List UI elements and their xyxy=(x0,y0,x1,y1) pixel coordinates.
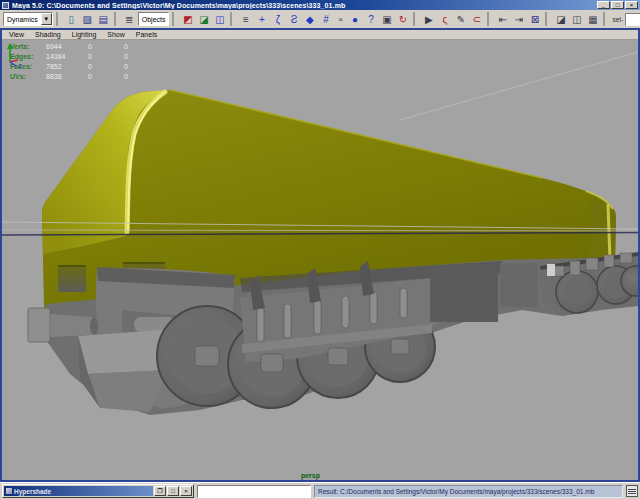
scene-canvas xyxy=(2,40,638,480)
command-line-input[interactable] xyxy=(197,485,311,498)
menu-set-value: Dynamics xyxy=(4,16,41,23)
quick-select-input[interactable] xyxy=(625,13,640,26)
menu-show[interactable]: Show xyxy=(107,31,125,38)
magnet-snap-icon[interactable]: ⊂ xyxy=(469,12,484,27)
chevron-down-icon: ▼ xyxy=(41,13,52,25)
hud-edges-other: 0 xyxy=(124,52,154,61)
highlight-selection-icon[interactable]: ≡ xyxy=(238,12,253,27)
selection-mask-field[interactable]: Objects xyxy=(138,12,170,26)
menu-lighting[interactable]: Lighting xyxy=(72,31,97,38)
select-hierarchy-icon[interactable]: ◩ xyxy=(180,12,195,27)
toolbar-separator[interactable] xyxy=(114,12,119,26)
panel-menu-bar: View Shading Lighting Show Panels xyxy=(2,30,638,40)
hypershade-title: Hypershade xyxy=(14,488,51,495)
construction-toggle-icon[interactable]: ⊠ xyxy=(527,12,542,27)
output-connections-icon[interactable]: ⇥ xyxy=(511,12,526,27)
close-button[interactable]: × xyxy=(625,1,638,9)
save-scene-icon[interactable]: ▤ xyxy=(96,12,111,27)
hud-edges-total: 14384 xyxy=(46,52,88,61)
command-result-line: Result: C:/Documents and Settings/Victor… xyxy=(314,485,623,498)
bottom-bar: Hypershade ❐ □ × Result: C:/Documents an… xyxy=(0,482,640,499)
render-globals-icon[interactable]: ▦ xyxy=(585,12,600,27)
input-connections-icon[interactable]: ⇤ xyxy=(495,12,510,27)
maximize-button[interactable]: □ xyxy=(611,1,624,9)
menu-set-selector[interactable]: Dynamics ▼ xyxy=(3,12,53,26)
toolbar-separator[interactable] xyxy=(413,12,418,26)
select-component-icon[interactable]: ◫ xyxy=(212,12,227,27)
snap-point-icon[interactable]: Ƨ xyxy=(286,12,301,27)
hud-verts-other: 0 xyxy=(124,42,154,51)
maya-application-window: Maya 5.0: C:\Documents and Settings\Vict… xyxy=(0,0,640,499)
quick-select-label: set- xyxy=(611,16,624,23)
hypershade-title-bar[interactable]: Hypershade xyxy=(4,486,153,496)
selection-mask-menu-icon[interactable]: ≣ xyxy=(122,12,137,27)
camera-name-label: persp xyxy=(301,472,320,479)
menu-view[interactable]: View xyxy=(9,31,24,38)
axis-z-label: z xyxy=(18,61,22,68)
toolbar-separator[interactable] xyxy=(172,12,177,26)
ipr-render-icon[interactable]: ◫ xyxy=(569,12,584,27)
hud-faces-total: 7852 xyxy=(46,62,88,71)
paint-select-icon[interactable]: ✎ xyxy=(453,12,468,27)
poly-count-hud: Verts: 6944 0 0 Edges: 14384 0 0 Faces: … xyxy=(10,42,154,81)
status-line-toolbar: Dynamics ▼ ▯ ▨ ▤ ≣ Objects ◩ ◪ ◫ ≡ + ζ Ƨ… xyxy=(0,10,640,28)
hud-edges-sel: 0 xyxy=(88,52,124,61)
hud-faces-other: 0 xyxy=(124,62,154,71)
maya-app-icon xyxy=(2,2,9,9)
hypershade-maximize-button[interactable]: □ xyxy=(167,486,179,496)
snap-plane-icon[interactable]: ◆ xyxy=(302,12,317,27)
hud-faces-sel: 0 xyxy=(88,62,124,71)
snap-toggle-icon[interactable]: × xyxy=(334,12,346,27)
hud-uvs-sel: 0 xyxy=(88,72,124,81)
make-live-icon[interactable]: # xyxy=(318,12,333,27)
construction-history-icon[interactable]: ↻ xyxy=(395,12,410,27)
snap-curve-icon[interactable]: ζ xyxy=(270,12,285,27)
toolbar-separator[interactable] xyxy=(603,12,608,26)
menu-panels[interactable]: Panels xyxy=(136,31,157,38)
render-current-frame-icon[interactable]: ◪ xyxy=(553,12,568,27)
menu-shading[interactable]: Shading xyxy=(35,31,61,38)
live-surface-icon[interactable]: ● xyxy=(347,12,362,27)
lock-icon[interactable]: ▣ xyxy=(379,12,394,27)
hypershade-icon xyxy=(6,488,12,494)
toolbar-separator[interactable] xyxy=(56,12,61,26)
select-object-icon[interactable]: ◪ xyxy=(196,12,211,27)
toolbar-separator[interactable] xyxy=(545,12,550,26)
new-scene-icon[interactable]: ▯ xyxy=(64,12,79,27)
viewport-3d[interactable]: Verts: 6944 0 0 Edges: 14384 0 0 Faces: … xyxy=(2,40,638,480)
open-scene-icon[interactable]: ▨ xyxy=(80,12,95,27)
hypershade-close-button[interactable]: × xyxy=(180,486,192,496)
perspective-panel: View Shading Lighting Show Panels xyxy=(0,28,640,482)
script-editor-button[interactable] xyxy=(626,485,638,497)
toolbar-separator[interactable] xyxy=(230,12,235,26)
toolbar-separator[interactable] xyxy=(487,12,492,26)
window-title: Maya 5.0: C:\Documents and Settings\Vict… xyxy=(12,2,594,9)
selection-mask-value: Objects xyxy=(139,16,169,23)
select-tool-icon[interactable]: ▶ xyxy=(421,12,436,27)
axis-gizmo-icon: z xyxy=(2,40,28,68)
lasso-tool-icon[interactable]: ς xyxy=(437,12,452,27)
hud-uvs-total: 8838 xyxy=(46,72,88,81)
minimize-button[interactable]: _ xyxy=(597,1,610,9)
hud-uvs-other: 0 xyxy=(124,72,154,81)
hypershade-minimized-window[interactable]: Hypershade ❐ □ × xyxy=(2,484,194,498)
hud-uvs-label: UVs: xyxy=(10,72,46,81)
help-icon[interactable]: ? xyxy=(363,12,378,27)
hud-verts-sel: 0 xyxy=(88,42,124,51)
hud-verts-total: 6944 xyxy=(46,42,88,51)
hypershade-restore-button[interactable]: ❐ xyxy=(154,486,166,496)
train-chassis xyxy=(28,252,638,415)
title-bar: Maya 5.0: C:\Documents and Settings\Vict… xyxy=(0,0,640,10)
snap-grid-icon[interactable]: + xyxy=(254,12,269,27)
